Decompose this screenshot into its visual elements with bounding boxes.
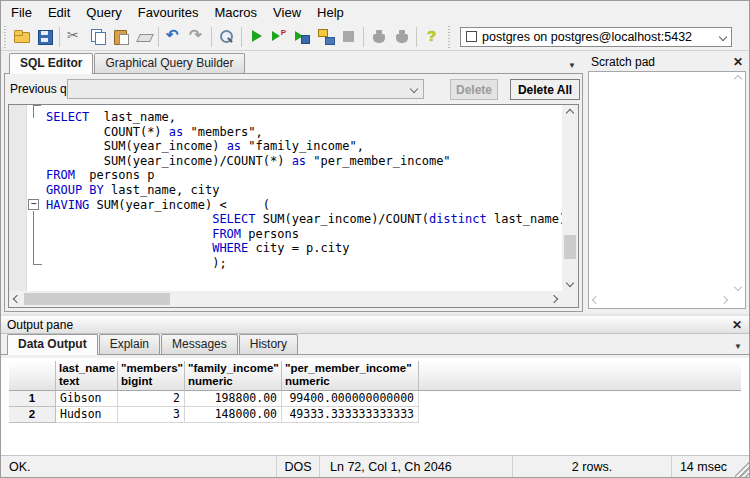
scroll-right-icon[interactable] <box>720 296 728 304</box>
save-button[interactable] <box>33 25 56 48</box>
tab-messages[interactable]: Messages <box>161 334 238 354</box>
copy-button[interactable] <box>86 25 109 48</box>
scroll-left-icon[interactable] <box>592 296 600 304</box>
menu-macros[interactable]: Macros <box>206 2 265 23</box>
paste-button[interactable] <box>109 25 132 48</box>
horizontal-scroll-thumb[interactable] <box>24 293 170 305</box>
code-view[interactable]: SELECT last_name, COUNT(*) as "members",… <box>9 105 562 291</box>
tab-sql-editor[interactable]: SQL Editor <box>9 53 93 74</box>
grid-cell[interactable]: 148000.00 <box>185 407 282 423</box>
scroll-down-icon[interactable] <box>734 283 742 291</box>
grid-corner-cell[interactable] <box>9 361 56 391</box>
grid-header-filler <box>419 361 741 391</box>
toolbar-gripper-2[interactable] <box>447 26 451 48</box>
grid-cell[interactable]: 2 <box>118 391 185 407</box>
undo-button[interactable] <box>162 25 185 48</box>
scratch-pad-titlebar: Scratch pad ✕ <box>587 53 748 70</box>
explain-query-button[interactable] <box>314 25 337 48</box>
code-line: SELECT last_name, <box>46 110 562 125</box>
find-button[interactable] <box>215 25 238 48</box>
table-row: 1Gibson2198800.0099400.000000000000 <box>9 391 741 407</box>
main-area: SQL Editor Graphical Query Builder ▼ Pre… <box>1 51 749 314</box>
tab-explain[interactable]: Explain <box>99 334 160 354</box>
open-file-button[interactable] <box>10 25 33 48</box>
menu-view[interactable]: View <box>265 2 309 23</box>
execute-pgscript-icon <box>271 28 288 45</box>
column-header[interactable]: last_nametext <box>56 361 118 391</box>
output-pane: Output pane ✕ Data Output Explain Messag… <box>1 314 749 457</box>
rollback-transaction-icon <box>393 28 410 45</box>
row-header[interactable]: 1 <box>9 391 56 407</box>
scratch-pad-body[interactable] <box>588 71 746 309</box>
scroll-up-icon[interactable] <box>562 105 578 121</box>
menu-help[interactable]: Help <box>309 2 352 23</box>
connection-combobox[interactable]: postgres on postgres@localhost:5432 <box>460 27 732 47</box>
scroll-left-icon[interactable] <box>9 291 25 307</box>
menu-file[interactable]: File <box>3 2 40 23</box>
connection-color-square <box>466 31 477 42</box>
execute-to-file-button[interactable] <box>291 25 314 48</box>
grid-cell[interactable]: 3 <box>118 407 185 423</box>
tab-data-output[interactable]: Data Output <box>7 334 98 355</box>
code-line: COUNT(*) as "members", <box>46 125 562 140</box>
sql-code[interactable]: SELECT last_name, COUNT(*) as "members",… <box>9 110 562 271</box>
resize-grip[interactable] <box>735 456 749 477</box>
toolbar-gripper[interactable] <box>3 26 7 48</box>
close-icon[interactable]: ✕ <box>729 318 745 332</box>
row-count: 2 rows. <box>512 456 671 477</box>
panel-menu-caret-icon[interactable]: ▼ <box>568 61 576 70</box>
scroll-up-icon[interactable] <box>734 75 742 83</box>
vertical-scroll-thumb[interactable] <box>564 235 576 259</box>
scratch-pad-title: Scratch pad <box>591 55 655 69</box>
code-line: WHERE city = p.city <box>46 241 562 256</box>
column-header[interactable]: "family_income"numeric <box>185 361 282 391</box>
save-icon <box>36 28 53 45</box>
execute-pgscript-button[interactable] <box>268 25 291 48</box>
scroll-right-icon[interactable] <box>546 291 562 307</box>
grid-cell[interactable]: Hudson <box>56 407 118 423</box>
code-line: GROUP BY last_name, city <box>46 183 562 198</box>
result-grid[interactable]: last_nametext"members"bigint"family_inco… <box>9 361 741 423</box>
sql-editor[interactable]: SELECT last_name, COUNT(*) as "members",… <box>8 104 579 308</box>
execute-query-button[interactable] <box>245 25 268 48</box>
delete-button[interactable]: Delete <box>450 79 498 100</box>
explain-query-icon <box>317 28 334 45</box>
row-header[interactable]: 2 <box>9 407 56 423</box>
status-message: OK. <box>1 456 276 477</box>
panel-menu-caret-icon[interactable]: ▼ <box>734 342 742 351</box>
editor-tabs: SQL Editor Graphical Query Builder ▼ <box>4 53 583 73</box>
clear-window-button[interactable] <box>132 25 155 48</box>
scratch-pad-content[interactable] <box>591 74 731 294</box>
tab-graphical-query-builder[interactable]: Graphical Query Builder <box>94 53 244 73</box>
column-header[interactable]: "per_member_income"numeric <box>282 361 419 391</box>
toolbar-separator <box>158 27 159 47</box>
code-line: FROM persons p <box>46 168 562 183</box>
redo-button[interactable] <box>185 25 208 48</box>
help-button[interactable] <box>420 25 443 48</box>
menu-favourites[interactable]: Favourites <box>130 2 207 23</box>
commit-transaction-button[interactable] <box>367 25 390 48</box>
scrollbar-corner <box>562 291 578 307</box>
grid-cell[interactable]: 49333.333333333333 <box>282 407 419 423</box>
grid-body: 1Gibson2198800.0099400.0000000000002Huds… <box>9 391 741 423</box>
editor-vertical-scrollbar[interactable] <box>562 105 578 291</box>
previous-queries-combobox[interactable] <box>67 79 424 99</box>
code-line: FROM persons <box>46 227 562 242</box>
editor-horizontal-scrollbar[interactable] <box>9 291 562 307</box>
scroll-down-icon[interactable] <box>562 275 578 291</box>
data-output-area: last_nametext"members"bigint"family_inco… <box>1 358 749 457</box>
grid-cell[interactable]: Gibson <box>56 391 118 407</box>
column-header[interactable]: "members"bigint <box>118 361 185 391</box>
grid-cell[interactable]: 99400.000000000000 <box>282 391 419 407</box>
grid-cell[interactable]: 198800.00 <box>185 391 282 407</box>
close-icon[interactable]: ✕ <box>730 55 746 69</box>
tab-history[interactable]: History <box>239 334 298 354</box>
cancel-query-icon <box>340 28 357 45</box>
cancel-query-button[interactable] <box>337 25 360 48</box>
menu-query[interactable]: Query <box>78 2 129 23</box>
cut-button[interactable] <box>63 25 86 48</box>
table-row: 2Hudson3148000.0049333.333333333333 <box>9 407 741 423</box>
menu-edit[interactable]: Edit <box>40 2 78 23</box>
rollback-transaction-button[interactable] <box>390 25 413 48</box>
delete-all-button[interactable]: Delete All <box>510 79 580 100</box>
